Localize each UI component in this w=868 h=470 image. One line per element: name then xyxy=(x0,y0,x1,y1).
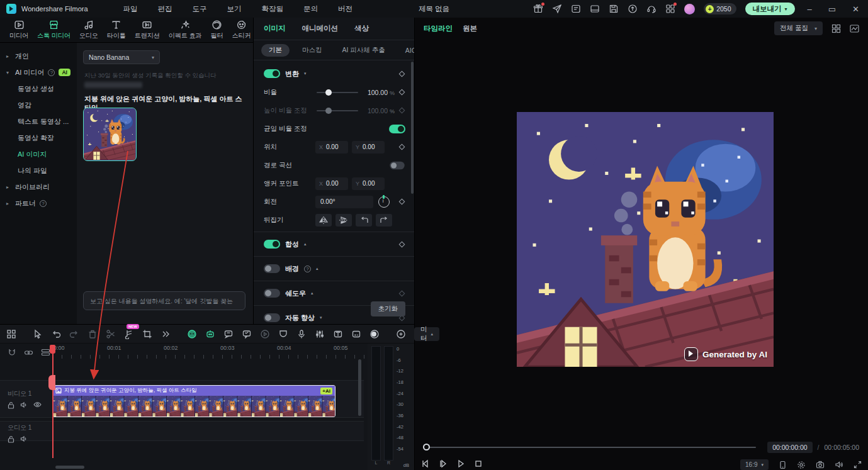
save-icon[interactable] xyxy=(609,4,619,14)
more-tools-icon[interactable] xyxy=(161,329,171,339)
record-voiceover-icon[interactable] xyxy=(296,329,307,339)
path-curve-toggle[interactable] xyxy=(390,161,404,169)
generated-image-thumbnail[interactable] xyxy=(83,108,137,161)
anchor-x-field[interactable]: X0.00 xyxy=(315,177,348,190)
preview-tab-source[interactable]: 원본 xyxy=(463,24,477,33)
manage-tracks-icon[interactable] xyxy=(41,349,50,356)
tab-color[interactable]: 색상 xyxy=(354,24,369,33)
sidebar-item-my-files[interactable]: 나의 파일 xyxy=(0,162,77,179)
auto-enhance-toggle[interactable] xyxy=(264,313,280,322)
preview-tab-timeline[interactable]: 타임라인 xyxy=(424,24,453,33)
link-clips-icon[interactable] xyxy=(24,349,33,357)
composite-toggle[interactable] xyxy=(264,240,280,249)
subtab-masking[interactable]: 마스킹 xyxy=(295,44,330,57)
previous-frame-button[interactable] xyxy=(421,459,430,468)
media-browser-toggle-icon[interactable] xyxy=(6,329,16,339)
lock-icon[interactable] xyxy=(8,435,14,443)
auto-caption-icon[interactable] xyxy=(351,329,361,339)
credits-pill[interactable]: + 2050 xyxy=(704,3,736,14)
shadow-toggle[interactable] xyxy=(264,289,280,298)
timecode-current[interactable]: 00:00:00:00 xyxy=(767,442,812,453)
playback-quality-dropdown[interactable]: 전체 품질 ▾ xyxy=(774,21,823,35)
sidebar-item-partner[interactable]: ▸파트너? xyxy=(0,195,77,211)
tab-filters[interactable]: 필터 xyxy=(208,18,227,42)
scale-value[interactable]: 100.00 % xyxy=(367,89,395,96)
device-preview-icon[interactable] xyxy=(779,461,787,469)
tab-effects[interactable]: 이펙트 효과 xyxy=(166,18,205,42)
smart-cut-icon[interactable]: NEW xyxy=(124,329,134,339)
upload-cloud-icon[interactable] xyxy=(628,4,638,14)
clip-notes-icon[interactable] xyxy=(242,329,252,339)
playhead-handle[interactable] xyxy=(50,345,55,354)
zoom-in-icon[interactable] xyxy=(396,329,406,339)
scrubber-handle[interactable] xyxy=(423,444,430,450)
mute-icon[interactable] xyxy=(20,401,28,409)
meter-toggle-button[interactable]: 미터 ▴ xyxy=(414,327,439,341)
keyframe-diamond-icon[interactable] xyxy=(399,199,405,205)
tab-transitions[interactable]: 트랜지션 xyxy=(132,18,163,42)
minimize-button[interactable]: – xyxy=(804,4,816,14)
mask-tool-icon[interactable] xyxy=(278,329,288,339)
chevron-down-icon[interactable]: ▾ xyxy=(304,71,307,76)
keyframe-diamond-icon[interactable] xyxy=(399,89,405,96)
model-dropdown[interactable]: Nano Banana ▾ xyxy=(83,50,160,64)
ai-copilot-icon[interactable] xyxy=(187,329,197,339)
tab-audio[interactable]: 오디오 xyxy=(76,18,101,42)
gift-icon[interactable] xyxy=(533,4,543,14)
rotate-right-button[interactable] xyxy=(356,214,372,227)
subtab-ai-subject[interactable]: AI 피사체 추출 xyxy=(335,44,393,57)
position-y-field[interactable]: Y0.00 xyxy=(352,141,385,154)
anchor-y-field[interactable]: Y0.00 xyxy=(352,177,385,190)
prompt-input[interactable] xyxy=(83,291,245,310)
playhead[interactable] xyxy=(52,345,54,458)
properties-scrollbar[interactable] xyxy=(411,62,414,194)
multiview-grid-icon[interactable] xyxy=(831,24,841,33)
play-button[interactable] xyxy=(456,459,465,468)
menu-contact[interactable]: 문의 xyxy=(293,2,328,16)
playback-settings-icon[interactable] xyxy=(797,461,806,469)
chevron-down-icon[interactable]: ▾ xyxy=(320,315,322,320)
uniform-scale-toggle[interactable] xyxy=(389,125,405,133)
tab-image[interactable]: 이미지 xyxy=(264,24,286,33)
snapshot-camera-icon[interactable] xyxy=(816,461,825,469)
timeline-horizontal-scrollbar[interactable] xyxy=(55,466,84,469)
menu-tools[interactable]: 도구 xyxy=(183,2,217,16)
preview-viewport[interactable]: Generated by AI xyxy=(517,112,774,367)
chevron-up-icon[interactable]: ▴ xyxy=(311,291,313,296)
task-list-icon[interactable] xyxy=(571,4,581,14)
timeline-vertical-scrollbar[interactable] xyxy=(358,359,361,416)
undo-icon[interactable] xyxy=(51,329,61,339)
audio-mixer-icon[interactable] xyxy=(315,329,325,339)
panel-layout-icon[interactable] xyxy=(590,4,600,14)
crop-icon[interactable] xyxy=(142,329,152,339)
sidebar-item-inspiration[interactable]: 영감 xyxy=(0,97,77,113)
audio-track-lane[interactable] xyxy=(0,421,364,441)
playhead-grip[interactable] xyxy=(48,375,55,390)
sidebar-item-ai-image[interactable]: AI 이미지 xyxy=(0,146,77,162)
chevron-up-icon[interactable]: ▴ xyxy=(316,266,318,271)
select-tool-icon[interactable] xyxy=(33,329,43,339)
transform-toggle[interactable] xyxy=(264,69,280,78)
sidebar-item-library[interactable]: ▸라이브러리 xyxy=(0,179,77,195)
timeline-clip[interactable]: 지붕 위에 앉은 귀여운 고양이, 밤하늘, 픽셀 아트 스타일 +AI xyxy=(52,385,335,417)
export-button[interactable]: 내보내기 ▾ xyxy=(745,3,795,15)
ai-assistant-icon[interactable] xyxy=(205,329,215,339)
rotation-dial-icon[interactable] xyxy=(378,196,390,208)
keyframe-diamond-icon[interactable] xyxy=(399,241,405,247)
user-avatar[interactable] xyxy=(684,4,695,14)
flip-vertical-button[interactable] xyxy=(335,214,352,227)
keyframe-diamond-icon[interactable] xyxy=(399,70,405,77)
rotate-left-button[interactable] xyxy=(376,214,392,227)
voice-notes-icon[interactable] xyxy=(223,329,234,339)
background-toggle[interactable] xyxy=(264,264,280,273)
sidebar-item-ai-media[interactable]: ▾AI 미디어?AI xyxy=(0,64,77,81)
aspect-ratio-dropdown[interactable]: 16:9▾ xyxy=(740,459,769,470)
tab-stock-media[interactable]: 스톡 미디어 xyxy=(34,18,74,42)
scale-slider[interactable] xyxy=(317,92,358,93)
snap-icon[interactable] xyxy=(8,348,16,357)
sidebar-item-video-generation[interactable]: 동영상 생성 xyxy=(0,81,77,97)
sidebar-item-video-extend[interactable]: 동영상 확장 xyxy=(0,130,77,146)
preview-scrubber[interactable] xyxy=(424,447,756,448)
sidebar-item-personal[interactable]: ▸개인 xyxy=(0,48,77,64)
tab-stickers[interactable]: 스티커 xyxy=(229,18,254,42)
